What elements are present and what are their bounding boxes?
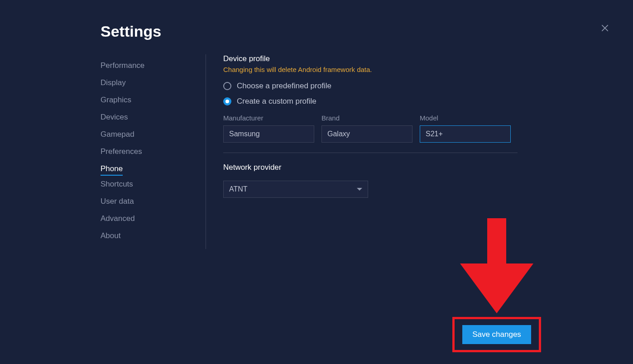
radio-dot-icon <box>225 100 229 103</box>
fields-row: Manufacturer Brand Model <box>223 114 518 143</box>
chevron-down-icon <box>357 188 362 191</box>
model-field: Model <box>420 114 511 143</box>
content-panel: Device profile Changing this will delete… <box>223 54 518 198</box>
sidebar-item-gamepad[interactable]: Gamepad <box>101 126 134 143</box>
sidebar-item-shortcuts[interactable]: Shortcuts <box>101 176 133 193</box>
save-changes-button[interactable]: Save changes <box>462 325 531 344</box>
close-icon <box>600 24 609 33</box>
brand-input[interactable] <box>321 125 412 143</box>
sidebar-item-performance[interactable]: Performance <box>101 57 144 74</box>
sidebar-item-about[interactable]: About <box>101 227 120 244</box>
page-title: Settings <box>101 23 161 40</box>
sidebar-item-graphics[interactable]: Graphics <box>101 91 131 109</box>
device-profile-heading: Device profile <box>223 54 518 63</box>
field-label: Brand <box>321 114 412 122</box>
vertical-divider <box>206 54 206 249</box>
radio-icon <box>223 97 231 105</box>
radio-custom-profile[interactable]: Create a custom profile <box>223 97 518 106</box>
radio-icon <box>223 82 231 90</box>
field-label: Model <box>420 114 511 122</box>
manufacturer-field: Manufacturer <box>223 114 314 143</box>
sidebar-item-user-data[interactable]: User data <box>101 193 134 210</box>
svg-marker-2 <box>460 218 533 313</box>
horizontal-divider <box>223 153 518 153</box>
close-button[interactable] <box>599 22 611 34</box>
manufacturer-input[interactable] <box>223 125 314 143</box>
sidebar-item-display[interactable]: Display <box>101 74 126 91</box>
select-value: ATNT <box>229 185 248 193</box>
red-arrow-annotation <box>460 218 533 313</box>
sidebar: Performance Display Graphics Devices Gam… <box>101 57 191 244</box>
radio-label: Choose a predefined profile <box>237 81 331 91</box>
radio-predefined-profile[interactable]: Choose a predefined profile <box>223 81 518 91</box>
sidebar-item-preferences[interactable]: Preferences <box>101 143 142 160</box>
sidebar-item-advanced[interactable]: Advanced <box>101 210 135 227</box>
sidebar-item-devices[interactable]: Devices <box>101 109 128 126</box>
warning-text: Changing this will delete Android framew… <box>223 66 518 73</box>
model-input[interactable] <box>420 125 511 143</box>
brand-field: Brand <box>321 114 412 143</box>
field-label: Manufacturer <box>223 114 314 122</box>
radio-label: Create a custom profile <box>237 97 316 106</box>
save-highlight-annotation: Save changes <box>452 317 541 352</box>
network-provider-heading: Network provider <box>223 163 518 172</box>
sidebar-item-phone[interactable]: Phone <box>101 160 123 176</box>
network-provider-select[interactable]: ATNT <box>223 181 368 198</box>
